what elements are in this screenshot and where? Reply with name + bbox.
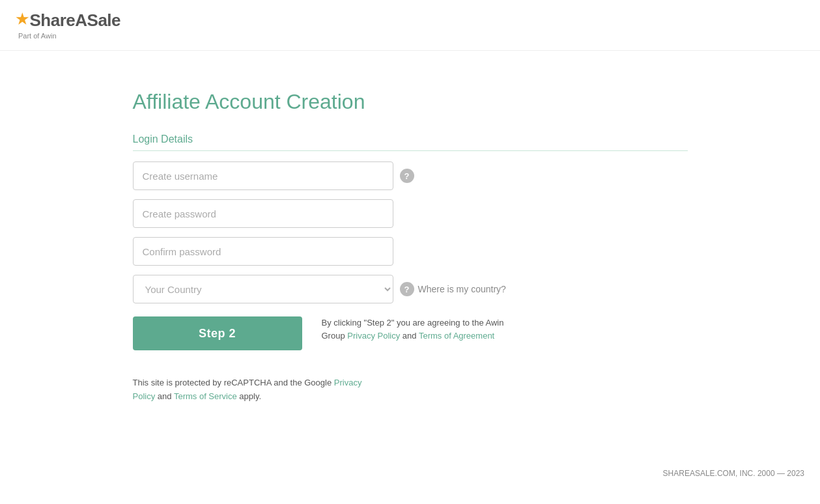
logo-share-text: Share <box>30 10 76 31</box>
confirm-password-input[interactable] <box>133 237 393 266</box>
logo-star-icon: ★ <box>16 11 29 28</box>
logo-text: ★ Share ASale <box>16 10 120 31</box>
login-form: ? Your Country ? Where is my country? St… <box>133 161 688 404</box>
username-input[interactable] <box>133 161 393 190</box>
terms-and-text: and <box>403 331 417 341</box>
footer: SHAREASALE.COM, INC. 2000 — 2023 <box>0 456 820 491</box>
site-header: ★ Share ASale Part of Awin <box>0 0 820 51</box>
step2-button[interactable]: Step 2 <box>133 316 302 350</box>
awin-tos-link[interactable]: Terms of Agreement <box>419 331 494 341</box>
logo: ★ Share ASale Part of Awin <box>16 10 804 40</box>
confirm-password-row <box>133 237 688 266</box>
country-select[interactable]: Your Country <box>133 275 393 303</box>
logo-asale-text: ASale <box>75 10 120 31</box>
main-content: Affiliate Account Creation Login Details… <box>117 51 703 430</box>
username-row: ? <box>133 161 688 190</box>
recaptcha-and-text: and <box>158 391 172 401</box>
country-help: ? Where is my country? <box>400 282 506 296</box>
logo-subtitle: Part of Awin <box>18 32 57 40</box>
recaptcha-text: This site is protected by reCAPTCHA and … <box>133 378 332 387</box>
country-row: Your Country ? Where is my country? <box>133 275 688 303</box>
password-row <box>133 199 688 228</box>
where-country-text: Where is my country? <box>418 284 506 294</box>
awin-privacy-link[interactable]: Privacy Policy <box>347 331 400 341</box>
password-input[interactable] <box>133 199 393 228</box>
google-tos-link[interactable]: Terms of Service <box>174 391 237 401</box>
section-label-login: Login Details <box>133 133 688 151</box>
step2-row: Step 2 By clicking "Step 2" you are agre… <box>133 316 688 350</box>
page-title: Affiliate Account Creation <box>133 90 688 114</box>
username-help-icon[interactable]: ? <box>400 169 414 183</box>
recaptcha-apply-text: apply. <box>239 391 261 401</box>
copyright-text: SHAREASALE.COM, INC. 2000 — 2023 <box>663 469 804 478</box>
terms-text: By clicking "Step 2" you are agreeing to… <box>322 316 504 342</box>
recaptcha-section: This site is protected by reCAPTCHA and … <box>133 376 367 404</box>
country-help-icon[interactable]: ? <box>400 282 414 296</box>
